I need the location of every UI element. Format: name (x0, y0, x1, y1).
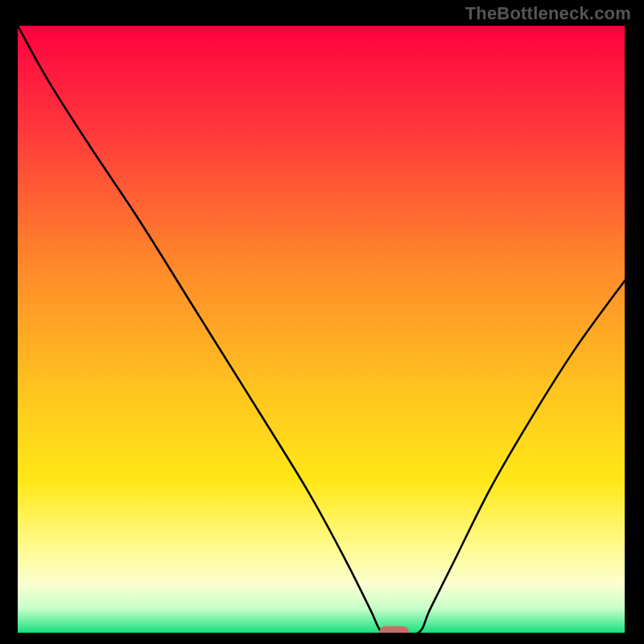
watermark: TheBottleneck.com (465, 3, 631, 24)
plot-frame (16, 24, 626, 634)
optimal-marker (379, 626, 410, 633)
chart-container: TheBottleneck.com (0, 0, 644, 644)
bottleneck-curve (18, 26, 625, 633)
plot-area (18, 26, 625, 633)
